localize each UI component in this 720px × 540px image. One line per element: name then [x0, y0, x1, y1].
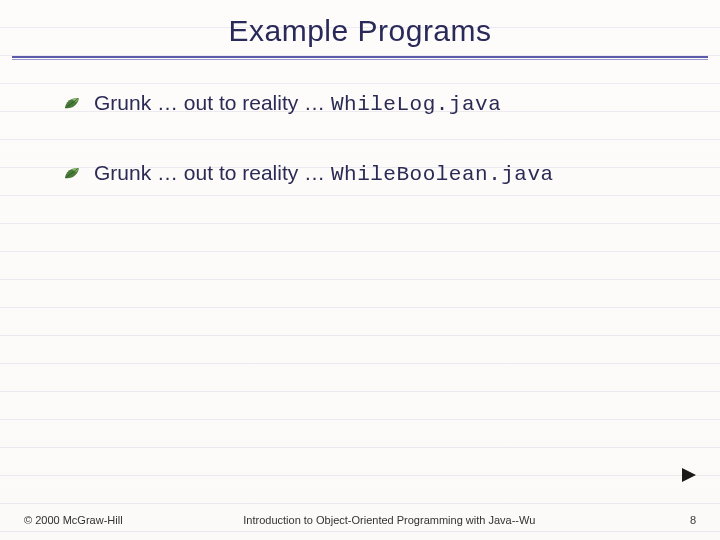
play-icon[interactable]: [680, 466, 698, 484]
slide-title: Example Programs: [0, 14, 720, 48]
content-area: Grunk … out to reality … WhileLog.java G…: [0, 62, 720, 186]
footer-title: Introduction to Object-Oriented Programm…: [123, 514, 656, 526]
bullet-lead: Grunk … out to reality …: [94, 91, 325, 114]
bullet-item: Grunk … out to reality … WhileLog.java: [64, 90, 680, 116]
title-underline: [0, 56, 720, 62]
leaf-bullet-icon: [64, 166, 80, 180]
leaf-bullet-icon: [64, 96, 80, 110]
bullet-text: Grunk … out to reality … WhileLog.java: [94, 91, 501, 116]
title-area: Example Programs: [0, 0, 720, 62]
bullet-code: WhileBoolean.java: [331, 163, 554, 186]
svg-marker-0: [682, 468, 696, 482]
footer-copyright: © 2000 McGraw-Hill: [24, 514, 123, 526]
footer: © 2000 McGraw-Hill Introduction to Objec…: [0, 514, 720, 526]
page-number: 8: [656, 514, 696, 526]
bullet-code: WhileLog.java: [331, 93, 501, 116]
bullet-item: Grunk … out to reality … WhileBoolean.ja…: [64, 160, 680, 186]
bullet-lead: Grunk … out to reality …: [94, 161, 325, 184]
bullet-text: Grunk … out to reality … WhileBoolean.ja…: [94, 161, 554, 186]
slide: Example Programs Grunk … out to reality …: [0, 0, 720, 540]
